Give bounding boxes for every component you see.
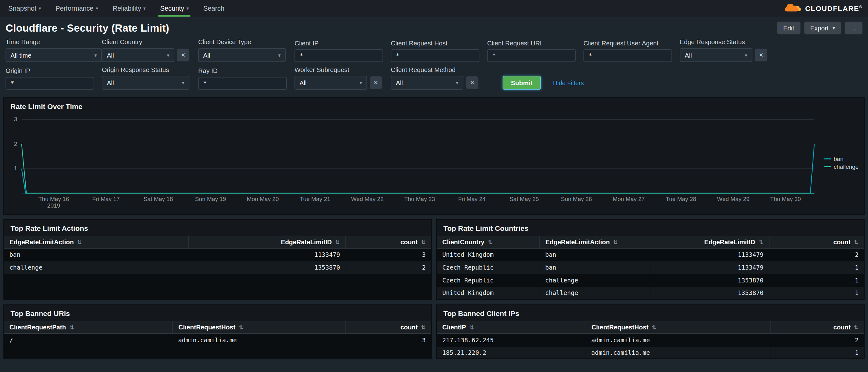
client-request-host-input[interactable] <box>391 49 479 62</box>
column-header[interactable]: ClientRequestPath⇅ <box>4 321 173 334</box>
svg-text:Mon May 27: Mon May 27 <box>613 196 645 202</box>
client-country-clear-button[interactable]: ✕ <box>177 49 189 62</box>
caret-down-icon: ▾ <box>38 6 41 11</box>
column-header[interactable]: ClientIP⇅ <box>437 321 586 334</box>
table-cell[interactable]: 1 <box>769 274 864 287</box>
table-cell[interactable]: 1 <box>769 261 864 274</box>
table-cell[interactable]: challenge <box>4 261 188 274</box>
edge-response-status-clear-button[interactable]: ✕ <box>755 49 767 62</box>
column-header[interactable]: ClientCountry⇅ <box>437 236 539 248</box>
filter-bar: Time RangeAll time▾Client CountryAll▾✕Cl… <box>0 34 868 93</box>
table-cell[interactable]: Czech Republic <box>437 274 539 287</box>
table-cell[interactable]: challenge <box>539 274 650 287</box>
table-row: United Kingdomban11334792 <box>437 248 864 261</box>
table-cell[interactable]: admin.camilia.me <box>586 334 771 347</box>
column-header[interactable]: ClientRequestHost⇅ <box>586 321 771 334</box>
origin-ip-input[interactable] <box>6 77 94 90</box>
panel-title: Top Banned Client IPs <box>437 305 864 321</box>
ray-id-input[interactable] <box>198 77 287 90</box>
table-cell[interactable]: United Kingdom <box>437 248 539 261</box>
table-cell[interactable]: 185.21.220.2 <box>437 347 586 358</box>
nav-item-label: Reliability <box>113 4 141 12</box>
top-rate-limit-countries-table: ClientCountry⇅EdgeRateLimitAction⇅EdgeRa… <box>437 236 864 299</box>
table-row: Czech Republicban11334791 <box>437 261 864 274</box>
table-cell[interactable]: challenge <box>539 287 650 300</box>
sort-icon: ⇅ <box>652 324 657 330</box>
caret-down-icon: ▾ <box>167 52 169 58</box>
filter-label: Client Request URI <box>487 40 584 46</box>
time-range-dropdown[interactable]: All time▾ <box>6 48 102 62</box>
table-cell[interactable]: 1133479 <box>650 261 769 274</box>
edit-button[interactable]: Edit <box>777 22 800 34</box>
column-header[interactable]: ClientRequestHost⇅ <box>173 321 345 334</box>
table-cell[interactable]: Czech Republic <box>437 261 539 274</box>
table-cell[interactable]: 1 <box>769 287 864 300</box>
nav-item-search[interactable]: Search <box>196 0 231 17</box>
panel-top-banned-client-ips: Top Banned Client IPs ClientIP⇅ClientReq… <box>436 304 865 359</box>
table-cell[interactable]: admin.camilia.me <box>173 334 345 347</box>
table-cell[interactable]: 1353870 <box>188 261 346 274</box>
client-request-uri-input[interactable] <box>487 49 576 62</box>
sort-icon: ⇅ <box>421 239 426 245</box>
column-header[interactable]: EdgeRateLimitAction⇅ <box>539 236 650 248</box>
column-header[interactable]: count⇅ <box>346 321 432 334</box>
table-cell[interactable]: 3 <box>346 248 432 261</box>
svg-text:2019: 2019 <box>47 202 60 209</box>
table-cell[interactable]: 1353870 <box>650 287 769 300</box>
table-cell[interactable]: ban <box>4 248 188 261</box>
client-request-method-clear-button[interactable]: ✕ <box>466 76 478 89</box>
worker-subrequest-dropdown[interactable]: All▾ <box>294 76 367 90</box>
table-cell[interactable]: 217.138.62.245 <box>437 334 586 347</box>
table-cell[interactable]: 1133479 <box>650 248 769 261</box>
edge-response-status-dropdown[interactable]: All▾ <box>680 48 752 62</box>
column-header[interactable]: EdgeRateLimitAction⇅ <box>4 236 188 248</box>
column-header[interactable]: count⇅ <box>771 321 864 334</box>
sort-icon: ⇅ <box>239 324 243 330</box>
table-cell[interactable]: 1353870 <box>650 274 769 287</box>
table-cell[interactable]: / <box>4 334 173 347</box>
filter-label: Edge Response Status <box>680 39 776 45</box>
nav-item-security[interactable]: Security ▾ <box>153 0 196 17</box>
table-cell[interactable]: United Kingdom <box>437 287 539 300</box>
column-header[interactable]: count⇅ <box>346 236 432 248</box>
nav-item-performance[interactable]: Performance ▾ <box>48 0 105 17</box>
column-header[interactable]: EdgeRateLimitID⇅ <box>650 236 769 248</box>
svg-text:Tue May 28: Tue May 28 <box>666 196 696 202</box>
more-options-button[interactable]: ... <box>845 22 862 34</box>
dropdown-value: All <box>396 80 403 86</box>
table-cell[interactable]: 2 <box>346 261 432 274</box>
dropdown-value: All <box>107 80 114 86</box>
panel-title: Top Banned URIs <box>4 305 431 321</box>
origin-response-status-dropdown[interactable]: All▾ <box>102 76 189 90</box>
client-device-type-dropdown[interactable]: All▾ <box>198 48 286 62</box>
table-cell[interactable]: 1133479 <box>188 248 346 261</box>
hide-filters-link[interactable]: Hide Filters <box>553 80 584 86</box>
worker-subrequest-filter: Worker SubrequestAll▾✕ <box>294 62 391 90</box>
submit-button[interactable]: Submit <box>503 76 541 90</box>
client-country-dropdown[interactable]: All▾ <box>102 48 175 62</box>
table-cell[interactable]: ban <box>539 261 650 274</box>
table-cell[interactable]: 2 <box>769 248 864 261</box>
client-request-host-filter: Client Request Host <box>391 35 487 62</box>
chart-legend: banchallenge <box>824 155 859 170</box>
table-cell[interactable]: 1 <box>771 347 864 358</box>
table-cell[interactable]: 3 <box>346 334 432 347</box>
client-request-user-agent-input[interactable] <box>583 49 672 62</box>
client-request-method-dropdown[interactable]: All▾ <box>391 76 463 90</box>
column-header[interactable]: EdgeRateLimitID⇅ <box>188 236 346 248</box>
column-header[interactable]: count⇅ <box>769 236 864 248</box>
cloudflare-logo: CLOUDFLARE® <box>783 0 868 17</box>
legend-label: ban <box>834 155 843 163</box>
export-button[interactable]: Export▾ <box>804 22 841 34</box>
filter-label: Client Request Method <box>391 66 487 73</box>
client-ip-filter: Client IP <box>294 35 391 62</box>
table-cell[interactable]: admin.camilia.me <box>586 347 771 358</box>
client-ip-input[interactable] <box>294 49 383 62</box>
nav-item-snapshot[interactable]: Snapshot ▾ <box>1 0 49 17</box>
dropdown-value: All <box>203 52 210 58</box>
nav-item-reliability[interactable]: Reliability ▾ <box>105 0 153 17</box>
table-cell[interactable]: 2 <box>771 334 864 347</box>
sort-icon: ⇅ <box>758 239 763 245</box>
table-cell[interactable]: ban <box>539 248 650 261</box>
worker-subrequest-clear-button[interactable]: ✕ <box>370 76 382 89</box>
